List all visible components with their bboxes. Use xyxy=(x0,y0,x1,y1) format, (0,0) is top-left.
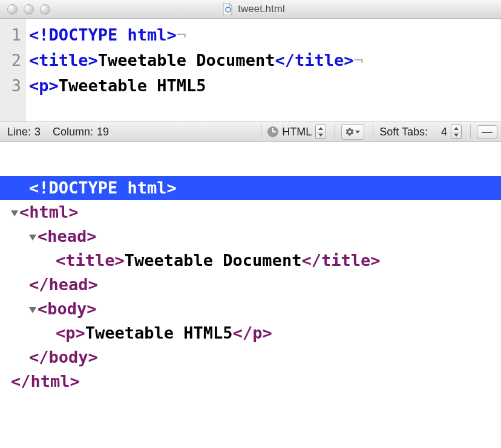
dom-tree-row[interactable]: <!DOCTYPE html> xyxy=(0,176,501,200)
dom-tree-row[interactable]: <head> xyxy=(0,224,501,248)
soft-tabs-stepper[interactable] xyxy=(451,125,462,139)
document-icon xyxy=(223,3,233,15)
cursor-column: Column: 19 xyxy=(49,125,113,139)
dom-inspector[interactable]: <!DOCTYPE html><html><head><title>Tweeta… xyxy=(0,176,501,394)
column-value: 19 xyxy=(97,126,109,138)
dom-tree-row[interactable]: <html> xyxy=(0,200,501,224)
code-content[interactable]: <!DOCTYPE html>¬<title>Tweetable Documen… xyxy=(25,19,364,122)
soft-tabs-control[interactable]: Soft Tabs: 4 xyxy=(373,125,465,139)
dom-tree-row[interactable]: </html> xyxy=(0,369,501,394)
code-line[interactable]: <p>Tweetable HTML5 xyxy=(29,73,364,99)
disclosure-triangle-icon[interactable] xyxy=(29,235,36,241)
disclosure-triangle-icon[interactable] xyxy=(29,307,36,313)
column-label: Column: xyxy=(53,126,93,138)
dom-tree-row[interactable]: </body> xyxy=(0,345,501,369)
dom-tree-row[interactable]: </head> xyxy=(0,273,501,297)
language-selector[interactable]: HTML xyxy=(261,125,330,139)
disclosure-triangle-icon[interactable] xyxy=(11,210,18,216)
dom-tree-row[interactable]: <title>Tweetable Document</title> xyxy=(0,248,501,273)
settings-menu[interactable] xyxy=(335,125,368,139)
soft-tabs-value: 4 xyxy=(441,126,447,138)
window-titlebar: tweet.html xyxy=(0,0,501,19)
gear-icon xyxy=(345,128,354,136)
code-line[interactable]: <!DOCTYPE html>¬ xyxy=(29,22,364,48)
history-icon xyxy=(267,126,278,137)
status-bar: Line: 3 Column: 19 HTML Soft Tabs: 4 — xyxy=(0,122,501,142)
code-editor[interactable]: 123 <!DOCTYPE html>¬<title>Tweetable Doc… xyxy=(0,19,501,122)
dom-tree-row[interactable]: <body> xyxy=(0,297,501,321)
line-number: 3 xyxy=(0,73,21,99)
window-title: tweet.html xyxy=(238,3,284,15)
language-stepper[interactable] xyxy=(315,125,326,139)
code-line[interactable]: <title>Tweetable Document</title>¬ xyxy=(29,48,364,73)
language-label: HTML xyxy=(282,126,312,138)
line-label: Line: xyxy=(7,126,31,138)
line-number: 2 xyxy=(0,48,21,73)
collapse-button[interactable]: — xyxy=(477,125,497,138)
dom-tree-row[interactable]: <p>Tweetable HTML5</p> xyxy=(0,321,501,345)
window-controls xyxy=(0,4,62,15)
soft-tabs-label: Soft Tabs: xyxy=(379,126,428,138)
line-number: 1 xyxy=(0,22,21,48)
cursor-line: Line: 3 xyxy=(4,125,44,139)
line-number-gutter: 123 xyxy=(0,19,25,122)
zoom-icon[interactable] xyxy=(40,4,50,15)
minimize-icon[interactable] xyxy=(24,4,34,15)
chevron-down-icon xyxy=(355,131,360,134)
line-value: 3 xyxy=(34,126,41,138)
close-icon[interactable] xyxy=(7,4,18,15)
